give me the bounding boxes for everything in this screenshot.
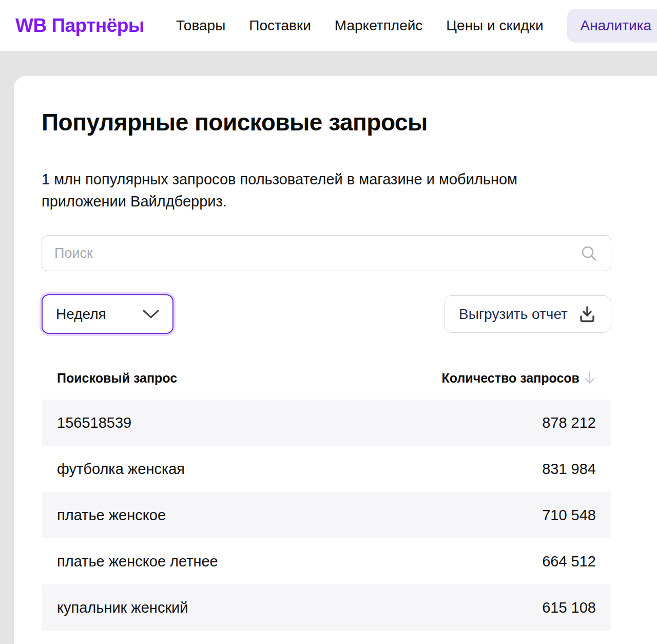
count-cell: 878 212 <box>542 414 596 431</box>
nav-item[interactable]: Аналитика <box>567 9 657 43</box>
query-cell: платье женское летнее <box>57 553 218 570</box>
table-header: Поисковый запрос Количество запросов <box>42 370 611 386</box>
chevron-down-icon <box>143 310 159 319</box>
nav-items: ТоварыПоставкиМаркетплейсЦены и скидкиАн… <box>176 9 657 43</box>
table-row: футболка женская831 984 <box>42 446 611 492</box>
query-cell: футболка женская <box>57 461 185 478</box>
period-select-value: Неделя <box>56 306 106 323</box>
column-header-count-sort[interactable]: Количество запросов <box>441 371 596 386</box>
search-icon <box>581 245 597 261</box>
column-header-query: Поисковый запрос <box>57 371 177 386</box>
column-header-count: Количество запросов <box>441 371 579 386</box>
period-select[interactable]: Неделя <box>42 294 173 334</box>
count-cell: 664 512 <box>542 553 596 570</box>
download-icon <box>578 305 596 324</box>
export-report-label: Выгрузить отчет <box>459 306 568 323</box>
nav-item[interactable]: Маркетплейс <box>335 17 423 34</box>
count-cell: 831 984 <box>542 461 596 478</box>
table-row: платье женское летнее664 512 <box>42 538 611 584</box>
search-container <box>42 235 611 271</box>
query-cell: 156518539 <box>57 414 131 431</box>
content-card: Популярные поисковые запросы 1 млн попул… <box>14 76 657 644</box>
controls-row: Неделя Выгрузить отчет <box>42 294 611 334</box>
page-title: Популярные поисковые запросы <box>42 109 611 136</box>
nav-item[interactable]: Товары <box>176 17 225 34</box>
count-cell: 710 548 <box>542 507 596 524</box>
table-body: 156518539878 212футболка женская831 984п… <box>42 400 611 644</box>
table-row: 544 403 <box>42 631 611 644</box>
nav-item[interactable]: Поставки <box>249 17 311 34</box>
table-row: платье женское710 548 <box>42 492 611 538</box>
query-cell: платье женское <box>57 507 166 524</box>
query-cell: купальник женский <box>57 599 188 616</box>
top-nav: WB Партнёры ТоварыПоставкиМаркетплейсЦен… <box>0 0 657 51</box>
sort-desc-arrow-icon <box>584 371 596 385</box>
count-cell: 615 108 <box>542 599 596 616</box>
app-logo[interactable]: WB Партнёры <box>15 15 144 36</box>
export-report-button[interactable]: Выгрузить отчет <box>444 295 611 333</box>
page-subtitle: 1 млн популярных запросов пользователей … <box>42 168 550 213</box>
table-row: 156518539878 212 <box>42 400 611 446</box>
search-input[interactable] <box>42 235 611 271</box>
nav-item[interactable]: Цены и скидки <box>446 17 543 34</box>
queries-table: Поисковый запрос Количество запросов 156… <box>42 370 611 644</box>
table-row: купальник женский615 108 <box>42 584 611 631</box>
